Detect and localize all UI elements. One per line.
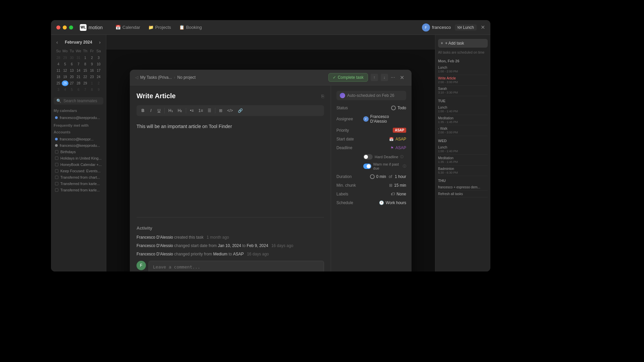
cal-date[interactable]: 8 — [89, 87, 95, 93]
close-icon[interactable]: ✕ — [481, 24, 485, 31]
cal-date[interactable]: 13 — [68, 68, 75, 73]
cal-date[interactable]: 4 — [62, 87, 68, 93]
cal-date[interactable]: 7 — [75, 61, 82, 67]
cal-date[interactable]: 2 — [89, 55, 95, 61]
task-item-sarah[interactable]: Sarah 3:10 - 3:30 PM — [438, 85, 488, 96]
toolbar-h2[interactable]: H₂ — [176, 107, 184, 114]
cal-date[interactable]: 11 — [55, 68, 62, 73]
hard-deadline-info-icon[interactable]: ⓘ — [400, 155, 404, 159]
duration-value[interactable]: 0 min of 1 hour — [370, 174, 406, 179]
toolbar-h1[interactable]: H₁ — [166, 107, 175, 114]
cal-date[interactable]: 24 — [95, 74, 102, 80]
task-item-lunch-wed[interactable]: Lunch 1:00 - 1:40 PM — [438, 144, 488, 155]
cal-date[interactable]: 4 — [55, 61, 62, 67]
sidebar-item-transferred1[interactable]: Transferred from chart... — [52, 174, 105, 180]
task-item-meditation-wed[interactable]: Meditation 1:35 - 1:45 PM — [438, 155, 488, 166]
cal-date[interactable]: 20 — [68, 74, 75, 80]
task-item-espresso[interactable]: francesco + espresso dem... — [438, 184, 488, 191]
cal-date[interactable]: 3 — [95, 55, 102, 61]
cal-date[interactable]: 16 — [89, 68, 95, 73]
breadcrumb-my-tasks[interactable]: My Tasks (Priva... — [140, 75, 172, 80]
modal-nav-down-button[interactable]: ↓ — [381, 74, 388, 81]
cal-date[interactable]: 8 — [82, 61, 89, 67]
cal-date[interactable]: 7 — [82, 87, 89, 93]
task-item-meditation-tue[interactable]: Meditation 1:35 - 1:45 PM — [438, 115, 488, 126]
comment-input[interactable] — [149, 261, 324, 272]
toolbar-link[interactable]: 🔗 — [236, 107, 245, 114]
close-button[interactable] — [56, 25, 60, 29]
cal-date[interactable]: 19 — [62, 74, 68, 80]
cal-date[interactable]: 15 — [82, 68, 89, 73]
complete-task-button[interactable]: ✓ Complete task — [328, 73, 368, 82]
cal-date[interactable]: 30 — [68, 55, 75, 61]
prev-month-button[interactable]: ‹ — [55, 39, 59, 46]
cal-date[interactable]: 31 — [75, 55, 82, 61]
cal-date[interactable]: 12 — [62, 68, 68, 73]
task-item-refresh[interactable]: Refresh all tasks — [438, 191, 488, 197]
sidebar-item-transferred3[interactable]: Transferred from karle... — [52, 187, 105, 193]
maximize-button[interactable] — [69, 25, 73, 29]
labels-value[interactable]: 🏷 None — [391, 192, 406, 196]
cal-date[interactable]: 25 — [55, 80, 62, 86]
deadline-value[interactable]: ⚑ ASAP — [390, 145, 406, 150]
toolbar-underline[interactable]: U — [155, 107, 163, 114]
task-item-write-article[interactable]: Write Article 2:00 - 3:00 PM — [438, 75, 488, 86]
toolbar-italic[interactable]: I — [147, 107, 155, 114]
schedule-value[interactable]: 🕐 Work hours — [379, 200, 406, 205]
toolbar-ordered-list[interactable]: 1≡ — [197, 107, 205, 114]
cal-date[interactable]: 9 — [95, 87, 102, 93]
modal-more-button[interactable]: ··· — [391, 74, 395, 80]
sidebar-item-keepfocused[interactable]: Keep Focused: Events... — [52, 168, 105, 174]
cal-date[interactable]: 27 — [68, 80, 75, 86]
cal-date[interactable]: 29 — [82, 80, 89, 86]
cal-date[interactable]: 3 — [55, 87, 62, 93]
cal-date[interactable]: 29 — [62, 55, 68, 61]
honeybook-checkbox[interactable] — [55, 163, 58, 166]
cal-date-today[interactable]: 26 — [62, 80, 68, 86]
sidebar-item-honeybook[interactable]: HoneyBook Calendar +... — [52, 162, 105, 168]
cal-date[interactable]: 6 — [75, 87, 82, 93]
sidebar-item-acc1[interactable]: francesco@keeppr... — [52, 136, 105, 142]
toolbar-bold[interactable]: B — [139, 107, 147, 114]
task-item-lunch-mon[interactable]: Lunch 1:00 - 2:00 PM — [438, 64, 488, 75]
transferred1-checkbox[interactable] — [55, 176, 58, 179]
toolbar-code[interactable]: </> — [225, 107, 235, 114]
cal-date[interactable]: 6 — [68, 61, 75, 67]
sidebar-item-transferred2[interactable]: Transferred from karle... — [52, 181, 105, 187]
cal-date[interactable]: 21 — [75, 74, 82, 80]
sidebar-item-birthdays[interactable]: Birthdays — [52, 149, 105, 155]
transferred3-checkbox[interactable] — [55, 188, 58, 192]
cal-date[interactable]: 5 — [68, 87, 75, 93]
priority-value[interactable]: ASAP — [393, 128, 406, 133]
add-task-button[interactable]: + + Add task — [438, 39, 488, 48]
cal-date[interactable]: 10 — [95, 61, 102, 67]
sidebar-item-acc2[interactable]: francesco@keepprodu... — [52, 142, 105, 148]
tab-calendar[interactable]: 📅 Calendar — [112, 23, 144, 31]
toolbar-unordered-list[interactable]: •≡ — [188, 107, 196, 114]
warn-past-due-info-icon[interactable]: ⓘ — [403, 164, 406, 169]
start-date-value[interactable]: 📅 ASAP — [389, 137, 406, 141]
keepfocused-checkbox[interactable] — [55, 169, 58, 173]
cal-date[interactable]: 9 — [89, 61, 95, 67]
minimize-button[interactable] — [63, 25, 67, 29]
task-item-badminton[interactable]: Badminton 5:30 - 6:30 PM — [438, 166, 488, 176]
breadcrumb-no-project[interactable]: No project — [177, 75, 196, 80]
holidays-checkbox[interactable] — [55, 157, 58, 160]
modal-close-button[interactable]: ✕ — [398, 74, 406, 81]
tab-projects[interactable]: 📁 Projects — [145, 23, 174, 31]
task-item-walk-tue[interactable]: - Walk 2:00 - 3:00 PM — [438, 125, 488, 136]
sidebar-item-holidays[interactable]: Holidays in United King... — [52, 155, 105, 161]
cal-date[interactable]: 2 — [95, 80, 102, 86]
cal-date[interactable]: 23 — [89, 74, 95, 80]
cal-date[interactable]: 17 — [95, 68, 102, 73]
min-chunk-value[interactable]: ⊞ 15 min — [389, 183, 406, 188]
cal-date[interactable]: 18 — [55, 74, 62, 80]
status-value[interactable]: Todo — [391, 106, 406, 110]
task-item-lunch-tue[interactable]: Lunch 1:00 - 1:40 PM — [438, 104, 488, 115]
next-month-button[interactable]: › — [98, 39, 102, 46]
cal-date[interactable]: 1 — [82, 55, 89, 61]
cal-date[interactable]: 14 — [75, 68, 82, 73]
search-teammates[interactable]: 🔍 Search teammates — [54, 97, 103, 105]
cal-date[interactable]: 28 — [75, 80, 82, 86]
birthdays-checkbox[interactable] — [55, 150, 58, 154]
